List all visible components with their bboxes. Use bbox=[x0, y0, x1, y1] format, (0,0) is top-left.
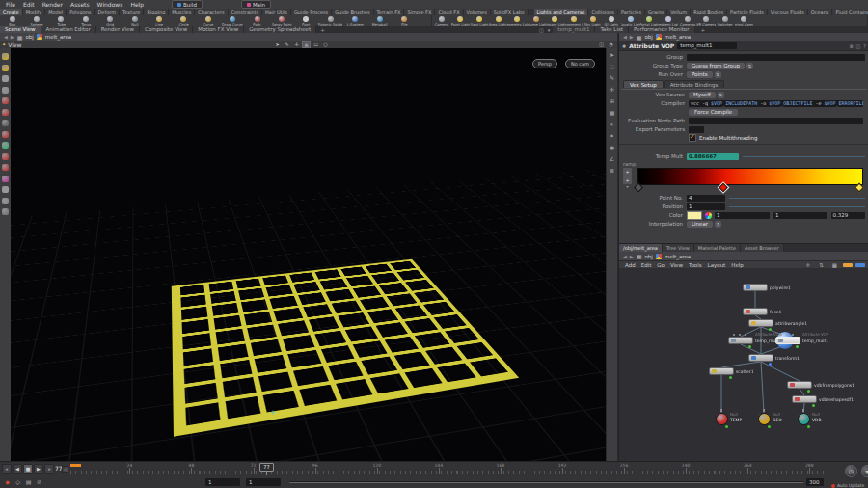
pane-tab-performance-monitor[interactable]: Performance Monitor bbox=[629, 26, 695, 33]
back-icon[interactable]: ◀ bbox=[623, 34, 627, 40]
shelf-tool-volume-light[interactable]: Volume Light bbox=[527, 15, 546, 26]
transport-button-3[interactable]: ▶ bbox=[34, 464, 43, 474]
shelf-tool-cameras[interactable]: Cameras bbox=[678, 15, 697, 26]
timeline-ruler[interactable]: 2448729612014416819221624026428877 bbox=[70, 463, 825, 475]
no-cam-pill[interactable]: No cam bbox=[565, 59, 595, 68]
shelf-tool-curve[interactable]: Curve bbox=[196, 15, 220, 26]
pane-tab-material-palette[interactable]: Material Palette bbox=[694, 244, 741, 252]
tool-icon[interactable] bbox=[2, 109, 9, 116]
group-type-dropdown[interactable]: Guess from Group bbox=[687, 63, 745, 69]
group-input[interactable] bbox=[687, 54, 865, 61]
pane-tab-animation-editor[interactable]: Animation Editor bbox=[41, 26, 96, 33]
display-option-icon[interactable]: ≣ bbox=[610, 168, 614, 174]
shelf-tool-sky-light[interactable]: Sky Light bbox=[583, 15, 603, 26]
menu-item[interactable]: Render bbox=[40, 1, 66, 8]
snap-icon[interactable]: ✛ bbox=[292, 41, 301, 48]
shelf-tab-rigging[interactable]: Rigging bbox=[144, 9, 169, 15]
color-wheel-icon[interactable] bbox=[705, 212, 712, 219]
run-over-menu-button[interactable]: ⇅ bbox=[715, 71, 721, 78]
node-flag[interactable] bbox=[807, 425, 810, 428]
node-attribwrangle1[interactable] bbox=[748, 319, 773, 327]
breadcrumb-node[interactable]: melt_area bbox=[45, 34, 71, 40]
breadcrumb-node[interactable]: melt_area bbox=[665, 254, 691, 259]
tool-icon[interactable] bbox=[2, 75, 9, 82]
ramp-remove-point-button[interactable]: + bbox=[623, 176, 632, 184]
shelf-tab-solidfx-labs[interactable]: SolidFX Labs bbox=[491, 9, 529, 15]
take-selector[interactable]: Main bbox=[241, 0, 271, 9]
shelf-tab-guide-brushes[interactable]: Guide Brushes bbox=[332, 9, 373, 15]
tool-icon[interactable] bbox=[2, 65, 9, 71]
shelf-tool-file[interactable]: File bbox=[392, 15, 416, 26]
shelf-tool-distant-light[interactable]: Distant Light bbox=[546, 15, 565, 26]
display-option-icon[interactable]: ⌖ bbox=[610, 122, 613, 127]
shelf-tool-geometry-light[interactable]: Geometry Light bbox=[507, 15, 527, 26]
tool-icon[interactable] bbox=[2, 120, 9, 126]
breadcrumb-root[interactable]: obj bbox=[644, 254, 652, 259]
node-flag[interactable] bbox=[768, 425, 771, 428]
shelf-tool-box[interactable]: Box bbox=[0, 15, 24, 26]
pane-tab-scene-view[interactable]: Scene View bbox=[0, 26, 41, 33]
shelf-tab-particles[interactable]: Particles bbox=[618, 9, 645, 15]
shelf-tab-collisions[interactable]: Collisions bbox=[588, 9, 618, 15]
breadcrumb-root[interactable]: obj bbox=[644, 34, 652, 40]
null-node-VDB[interactable] bbox=[798, 413, 810, 425]
null-node-GEO[interactable] bbox=[758, 413, 771, 425]
shelf-tab-fluid-containers[interactable]: Fluid Containers bbox=[832, 9, 868, 15]
step-back-button[interactable]: ◁ bbox=[62, 466, 68, 473]
node-name-field[interactable]: temp_mult1 bbox=[677, 42, 737, 49]
shelf-tab-characters[interactable]: Characters bbox=[195, 9, 228, 15]
display-option-icon[interactable]: ⊞ bbox=[610, 98, 614, 104]
shelf-tool-point-light[interactable]: Point Light bbox=[451, 15, 471, 26]
shelf-tab-terrain-fx[interactable]: Terrain FX bbox=[374, 9, 405, 15]
header-icon[interactable]: ≣ bbox=[849, 43, 853, 49]
tool-icon[interactable] bbox=[2, 131, 9, 138]
shelf-tab-vellum[interactable]: Vellum bbox=[667, 9, 691, 15]
shelf-tab-particle-fluids[interactable]: Particle Fluids bbox=[727, 9, 768, 15]
interpolation-dropdown[interactable]: Linear bbox=[687, 221, 713, 228]
shelf-tool-platonic-solids[interactable]: Platonic Solids bbox=[318, 15, 342, 26]
display-option-icon[interactable]: ◉ bbox=[610, 145, 614, 150]
menu-item[interactable]: Assets bbox=[68, 1, 93, 8]
pane-tab--obj-melt-area[interactable]: /obj/melt_area bbox=[619, 244, 663, 252]
persp-view-pill[interactable]: Persp bbox=[532, 59, 557, 68]
shelf-tab-viscous-fluids[interactable]: Viscous Fluids bbox=[768, 9, 808, 15]
shelf-tab-lights-and-cameras[interactable]: Lights and Cameras bbox=[534, 9, 589, 15]
shelf-tab-grains[interactable]: Grains bbox=[645, 9, 667, 15]
display-option-icon[interactable]: ▦ bbox=[610, 110, 615, 116]
shelf-tool-caustic-light[interactable]: Caustic Light bbox=[621, 15, 640, 26]
color-swatch[interactable] bbox=[687, 211, 702, 220]
animation-options-button[interactable]: ▾ bbox=[861, 465, 868, 477]
shelf-tab-constraints[interactable]: Constraints bbox=[229, 9, 263, 15]
display-option-icon[interactable]: ✛ bbox=[610, 87, 614, 93]
display-option-icon[interactable]: ◌ bbox=[610, 64, 614, 69]
pane-tab-composite-view[interactable]: Composite View bbox=[140, 26, 193, 33]
tool-icon[interactable] bbox=[2, 53, 9, 60]
node-input-dot[interactable] bbox=[745, 334, 746, 336]
shelf-tab-simple-fx[interactable]: Simple FX bbox=[404, 9, 435, 15]
snap-icon[interactable]: ▭ bbox=[312, 41, 320, 48]
node-input-dot[interactable] bbox=[739, 334, 741, 336]
shelf-tool-switcher[interactable]: Switcher bbox=[716, 15, 735, 26]
shelf-tool-tube[interactable]: Tube bbox=[49, 15, 73, 26]
shelf-tool-sphere[interactable]: Sphere bbox=[24, 15, 48, 26]
display-option-icon[interactable]: ➤ bbox=[610, 52, 614, 58]
multithreading-checkbox[interactable]: ✓ bbox=[689, 134, 696, 142]
display-option-icon[interactable]: ✶ bbox=[610, 133, 614, 139]
display-option-icon[interactable]: ∠ bbox=[610, 156, 614, 162]
node-input-dot[interactable] bbox=[792, 334, 794, 336]
group-type-menu-button[interactable]: ⇅ bbox=[746, 63, 753, 69]
position-input[interactable]: 1 bbox=[687, 203, 725, 210]
shelf-tool-null[interactable]: Null bbox=[122, 15, 147, 26]
node-flag[interactable] bbox=[729, 376, 732, 379]
temp-mult-slider[interactable] bbox=[743, 156, 865, 157]
forward-icon[interactable]: ▶ bbox=[630, 34, 634, 40]
node-fuse1[interactable] bbox=[743, 308, 768, 315]
network-canvas[interactable]: polywire1fuse1attribwrangle1Attribute VO… bbox=[619, 268, 868, 462]
node-input-dot[interactable] bbox=[780, 334, 782, 336]
tool-icon[interactable] bbox=[2, 198, 9, 204]
tool-icon[interactable] bbox=[2, 97, 9, 104]
desktop-selector[interactable]: Build bbox=[172, 0, 203, 9]
header-icon[interactable]: ◫ bbox=[597, 41, 606, 48]
interpolation-menu-button[interactable]: ⇅ bbox=[715, 221, 721, 228]
node-input-dot[interactable] bbox=[786, 334, 788, 336]
